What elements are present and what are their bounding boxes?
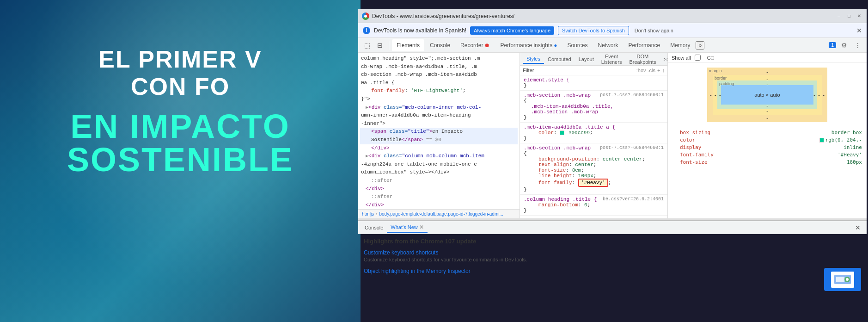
tab-performance[interactable]: Performance xyxy=(623,39,665,51)
styles-tab-dom-breakpoints[interactable]: DOM Breakpoints xyxy=(625,53,660,66)
rule-close-brace-1: } xyxy=(524,115,527,120)
prop-text-align: text-align: center; xyxy=(531,162,664,167)
perf-insights-icon: ● xyxy=(554,42,557,49)
computed-font-family-label: font-family xyxy=(680,152,714,158)
tab-recorder[interactable]: Recorder ⏺ xyxy=(456,39,495,51)
rule-props-1: .mcb-item-aa4d1db0a .title, .mcb-section… xyxy=(531,104,664,115)
close-button[interactable]: ✕ xyxy=(856,12,863,20)
switch-language-button[interactable]: Switch DevTools to Spanish xyxy=(558,26,629,35)
selector-mcb-wrap-2: .mcb-section .mcb-wrap xyxy=(524,145,591,151)
margin-left-val[interactable]: - xyxy=(710,92,712,98)
border-right-val[interactable]: - xyxy=(818,92,820,98)
code-line-14: -4znph224a one tablet-one mobile-one c xyxy=(360,161,518,169)
breadcrumb-body[interactable]: body.page-template-default.page.page-id-… xyxy=(379,211,503,217)
tab-memory[interactable]: Memory xyxy=(666,39,695,51)
font-family-highlight-box: '#Heavy' xyxy=(578,179,608,187)
devtools-titlebar: DevTools - www.farside.es/greenventures/… xyxy=(358,9,867,23)
computed-font-size-val: 160px xyxy=(847,159,862,165)
always-match-language-button[interactable]: Always match Chrome's language xyxy=(470,26,554,35)
cursor-icon-button[interactable]: ⬚ xyxy=(361,39,373,51)
filter-input[interactable] xyxy=(536,68,634,73)
whats-new-tab-label: What's New xyxy=(391,224,417,230)
bottom-close-button[interactable]: ✕ xyxy=(852,222,864,234)
tab-elements[interactable]: Elements xyxy=(392,39,424,51)
tab-sources[interactable]: Sources xyxy=(562,39,592,51)
padding-bottom-val[interactable]: - xyxy=(766,103,768,108)
styles-tab-layout[interactable]: Layout xyxy=(575,55,598,63)
minimize-button[interactable]: − xyxy=(835,12,843,20)
code-line-10[interactable]: <span class="title">en Impacto xyxy=(360,128,518,136)
selector-close-brace: } xyxy=(524,83,527,88)
device-icon-button[interactable]: ⊟ xyxy=(374,39,386,51)
devtools-title-text: DevTools - www.farside.es/greenventures/… xyxy=(372,13,514,19)
padding-right-val[interactable]: - xyxy=(813,92,815,98)
border-box: border - - - - padding - - - - xyxy=(713,75,822,115)
code-line-2: cb-wrap .mcb-item-aa4d1db0a .title, .m xyxy=(360,63,518,71)
boxmodel-visual: margin - - - - border - - - - xyxy=(707,68,827,122)
filter-plus[interactable]: + xyxy=(657,68,660,73)
style-rule-element: element.style { } xyxy=(520,75,667,91)
console-tab-label: Console xyxy=(365,225,383,230)
tab-console[interactable]: Console xyxy=(425,39,455,51)
code-line-13: ▶<div class="column mcb-column mcb-item xyxy=(360,152,518,161)
dont-show-button[interactable]: Don't show again xyxy=(635,28,673,33)
source-column-heading[interactable]: be.css?ver=26.6.2:4001 xyxy=(603,197,664,202)
selector-column-heading: .column_heading .title { xyxy=(524,197,597,202)
styles-tab-styles[interactable]: Styles xyxy=(523,55,544,64)
filter-pseudo[interactable]: :hov xyxy=(636,68,646,73)
source-mcb-wrap-1[interactable]: post-7.css?-668844660:1 xyxy=(600,93,664,98)
bottom-tab-console[interactable]: Console xyxy=(361,223,387,232)
breadcrumb-htmljs[interactable]: htmljs xyxy=(362,211,374,217)
margin-bottom-val[interactable]: - xyxy=(766,115,768,121)
boxmodel-panel: Show all G□ margin - - - - b xyxy=(668,53,867,218)
code-line-17: </div> xyxy=(360,185,518,193)
prop-display: display inline xyxy=(672,144,862,150)
toolbar-right: 1 ⚙ ⋮ xyxy=(829,39,864,51)
content-box: auto × auto xyxy=(721,85,813,105)
code-line-11[interactable]: Sostenible</span> == $0 xyxy=(360,136,518,144)
prop-font-family: font-family '#Heavy' xyxy=(672,152,862,158)
close-banner-button[interactable]: ✕ xyxy=(856,27,862,34)
prop-font-family-highlighted: font-family: '#Heavy'; xyxy=(531,179,664,187)
styles-tab-more[interactable]: >> xyxy=(660,55,668,63)
whats-new-item-1-desc: Customize keyboard shortcuts for your fa… xyxy=(364,257,861,262)
whats-new-item-1-text: Customize keyboard shortcuts Customize k… xyxy=(364,249,861,262)
whats-new-close-icon[interactable]: ✕ xyxy=(419,224,424,230)
hero-subtitle2: SOSTENIBLE xyxy=(9,143,351,176)
settings-icon-button[interactable]: ⚙ xyxy=(838,39,850,51)
padding-left-val[interactable]: - xyxy=(719,92,721,98)
devtools-lower-panel: Console What's New ✕ ✕ Highlights from t… xyxy=(358,220,867,322)
border-left-val[interactable]: - xyxy=(715,92,716,98)
margin-top-val[interactable]: - xyxy=(766,69,768,74)
maximize-button[interactable]: □ xyxy=(845,12,853,20)
color-swatch-green xyxy=(560,130,564,135)
more-options-button[interactable]: ⋮ xyxy=(852,39,864,51)
tab-performance-insights[interactable]: Performance insights ● xyxy=(495,39,562,51)
elements-panel: column_heading" style=";.mcb-section .m … xyxy=(358,53,520,218)
margin-box: margin - - - - border - - - - xyxy=(707,68,827,122)
language-banner: i DevTools is now available in Spanish! … xyxy=(358,23,867,38)
styles-tab-event-listeners[interactable]: Event Listeners xyxy=(598,53,626,66)
filter-cls[interactable]: .cls xyxy=(648,68,656,73)
margin-right-val[interactable]: - xyxy=(823,92,825,98)
padding-top-val[interactable]: - xyxy=(766,81,768,87)
style-rule-mcb-wrap-1: .mcb-section .mcb-wrap post-7.css?-66884… xyxy=(520,91,667,123)
filter-arrow[interactable]: ↑ xyxy=(662,68,665,73)
show-all-checkbox[interactable] xyxy=(695,55,701,61)
prop-title-selector: .mcb-item-aa4d1db0a .title, xyxy=(531,104,613,109)
more-tabs-button[interactable]: » xyxy=(696,41,704,50)
whats-new-item-1-title[interactable]: Customize keyboard shortcuts xyxy=(364,249,861,256)
styles-tab-computed[interactable]: Computed xyxy=(544,55,575,63)
val-color: #00cc99 xyxy=(568,130,590,136)
whats-new-item-2-title[interactable]: Object highlighting in the Memory Inspec… xyxy=(364,268,819,274)
thumb-inner xyxy=(831,272,854,288)
elements-code-view[interactable]: column_heading" style=";.mcb-section .m … xyxy=(358,53,520,209)
devtools-main-area: column_heading" style=";.mcb-section .m … xyxy=(358,53,867,218)
source-mcb-wrap-2[interactable]: post-7.css?-668844660:1 xyxy=(600,145,664,150)
code-line-3: cb-section .mcb-wrap .mcb-item-aa4d1db xyxy=(360,71,518,79)
code-line-7: ▶<div class="mcb-column-inner mcb-col- xyxy=(360,104,518,112)
computed-font-size-label: font-size xyxy=(680,159,708,165)
bottom-tab-whats-new[interactable]: What's New ✕ xyxy=(387,223,427,233)
styles-subtabs: Styles Computed Layout Event Listeners D… xyxy=(520,53,667,66)
tab-network[interactable]: Network xyxy=(593,39,623,51)
